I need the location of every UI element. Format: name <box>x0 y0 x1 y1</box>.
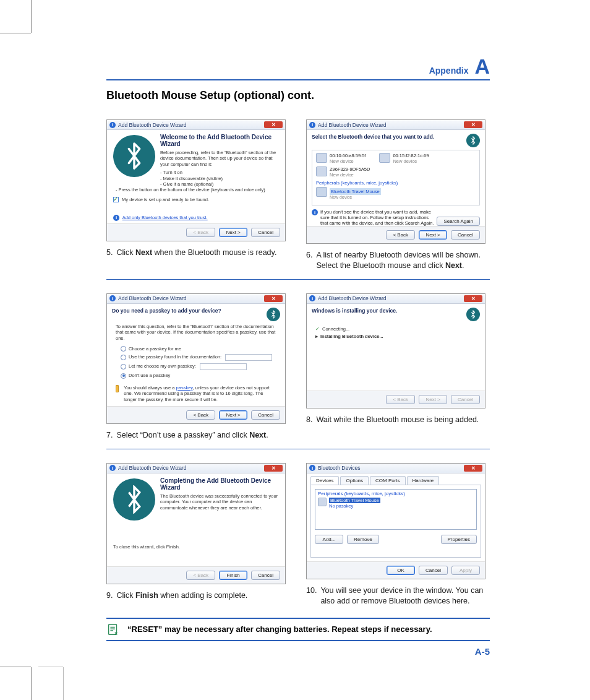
crop-mark <box>63 667 64 700</box>
tab-bar: Devices Options COM Ports Hardware <box>307 473 485 485</box>
cancel-button[interactable]: Cancel <box>419 566 448 575</box>
back-button: < Back <box>386 395 415 404</box>
wizard-heading: Select the Bluetooth device that you wan… <box>312 134 434 140</box>
close-icon[interactable]: ✕ <box>264 121 283 128</box>
tab-com-ports[interactable]: COM Ports <box>370 476 406 485</box>
close-icon[interactable]: ✕ <box>464 121 482 128</box>
bluetooth-icon <box>466 308 480 321</box>
devices-dialog: i Bluetooth Devices ✕ Devices Options CO… <box>306 463 485 579</box>
wizard-heading: Do you need a passkey to add your device… <box>112 308 221 314</box>
device-item[interactable]: Z96F329-9DF5A5DNew device <box>316 166 476 178</box>
step-9: i Add Bluetooth Device Wizard ✕ Completi… <box>106 463 290 607</box>
add-button[interactable]: Add... <box>315 535 343 544</box>
wizard-close-hint: To close this wizard, click Finish. <box>113 544 279 550</box>
bluetooth-icon <box>113 135 155 177</box>
passkey-input[interactable] <box>200 363 247 370</box>
crop-mark <box>38 667 63 667</box>
device-icon <box>316 153 327 163</box>
dialog-title: Add Bluetooth Device Wizard <box>118 295 262 301</box>
finish-button[interactable]: Finish <box>219 571 247 580</box>
device-list[interactable]: 00:10:60:a8:59:5fNew device 00:15:f2:82:… <box>312 150 480 205</box>
tab-options[interactable]: Options <box>340 476 369 485</box>
ready-checkbox-row[interactable]: My device is set up and ready to be foun… <box>113 197 279 203</box>
info-icon: i <box>309 465 315 471</box>
caption-number: 10. <box>306 585 317 607</box>
search-again-button[interactable]: Search Again <box>437 217 480 226</box>
passkey-input[interactable] <box>225 354 272 361</box>
properties-button[interactable]: Properties <box>441 535 477 544</box>
bullet: Press the button on the bottom of the de… <box>116 187 279 192</box>
mouse-icon <box>318 498 327 506</box>
wizard-dialog: i Add Bluetooth Device Wizard ✕ Welcome … <box>106 119 286 241</box>
back-button[interactable]: < Back <box>386 230 415 240</box>
cancel-button[interactable]: Cancel <box>251 228 280 237</box>
passkey-warning: You should always use a passkey, unless … <box>116 385 276 402</box>
device-item-selected[interactable]: Bluetooth Travel MouseNew device <box>316 187 476 199</box>
appendix-label: Appendix <box>429 66 469 76</box>
apply-button: Apply <box>451 566 480 575</box>
crop-mark <box>31 0 32 33</box>
passkey-intro: To answer this question, refer to the “B… <box>116 324 276 341</box>
status-line: ▸Installing Bluetooth device... <box>315 334 476 339</box>
remove-button[interactable]: Remove <box>347 535 379 544</box>
caption-number: 9. <box>106 590 113 601</box>
device-listbox[interactable]: Peripherals (keyboards, mice, joysticks)… <box>315 489 477 530</box>
bluetooth-icon <box>267 308 280 321</box>
wizard-dialog: i Add Bluetooth Device Wizard ✕ Do you n… <box>106 293 286 424</box>
info-icon: i <box>309 295 315 301</box>
list-category: Peripherals (keyboards, mice, joysticks) <box>318 491 474 496</box>
passkey-link[interactable]: passkey <box>176 385 193 391</box>
device-category: Peripherals (keyboards, mice, joysticks) <box>316 180 476 186</box>
tab-devices[interactable]: Devices <box>310 476 339 485</box>
radio-option[interactable]: Use the passkey found in the documentati… <box>121 354 276 361</box>
next-button[interactable]: Next > <box>219 410 247 420</box>
next-button[interactable]: Next > <box>419 230 447 240</box>
device-item[interactable]: 00:15:f2:82:1c:69New device <box>379 153 429 164</box>
radio-option[interactable]: Let me choose my own passkey: <box>121 363 276 370</box>
cancel-button[interactable]: Cancel <box>251 410 280 420</box>
step-5: i Add Bluetooth Device Wizard ✕ Welcome … <box>106 119 290 271</box>
step-caption: 8. Wait while the Bluetooth mouse is bei… <box>306 415 490 425</box>
page-content: Appendix A Bluetooth Mouse Setup (option… <box>106 56 490 657</box>
info-icon: i <box>109 465 116 471</box>
step-caption: 9. Click Finish when adding is complete. <box>106 590 290 601</box>
close-icon[interactable]: ✕ <box>264 465 283 472</box>
bluetooth-icon <box>466 134 480 147</box>
info-icon: i <box>312 209 318 215</box>
back-button[interactable]: < Back <box>186 410 215 420</box>
bluetooth-icon <box>113 478 155 521</box>
wizard-dialog: i Add Bluetooth Device Wizard ✕ Select t… <box>306 119 485 244</box>
trust-link[interactable]: Add only Bluetooth devices that you trus… <box>122 215 208 220</box>
bullet: Give it a name (optional) <box>116 181 279 187</box>
separator <box>106 449 490 449</box>
tab-hardware[interactable]: Hardware <box>407 476 440 485</box>
info-icon: i <box>309 122 315 128</box>
dialog-title: Add Bluetooth Device Wizard <box>318 122 461 128</box>
close-icon[interactable]: ✕ <box>464 295 482 302</box>
mouse-icon <box>316 187 327 197</box>
close-icon[interactable]: ✕ <box>464 465 482 472</box>
dialog-title: Add Bluetooth Device Wizard <box>318 295 461 301</box>
device-item[interactable]: 00:10:60:a8:59:5fNew device <box>316 153 366 164</box>
caption-number: 6. <box>306 250 312 271</box>
dialog-title: Add Bluetooth Device Wizard <box>118 122 262 128</box>
list-item[interactable]: Bluetooth Travel Mouse No passkey <box>318 498 474 509</box>
checkbox-label: My device is set up and ready to be foun… <box>122 197 209 202</box>
ok-button[interactable]: OK <box>387 566 415 575</box>
step-6: i Add Bluetooth Device Wizard ✕ Select t… <box>306 119 490 271</box>
dialog-title: Add Bluetooth Device Wizard <box>118 465 262 471</box>
radio-option[interactable]: Choose a passkey for me <box>121 346 276 352</box>
checkbox-icon[interactable] <box>113 197 119 202</box>
back-button: < Back <box>186 228 215 237</box>
shield-icon <box>116 385 119 392</box>
reset-note: “RESET” may be necessary after changing … <box>106 618 490 641</box>
cancel-button[interactable]: Cancel <box>451 230 480 240</box>
next-button[interactable]: Next > <box>219 228 247 237</box>
info-icon: i <box>113 215 119 221</box>
crop-mark <box>31 667 32 700</box>
cancel-button[interactable]: Cancel <box>251 571 280 580</box>
wizard-dialog: i Add Bluetooth Device Wizard ✕ Windows … <box>306 293 485 408</box>
close-icon[interactable]: ✕ <box>264 295 283 302</box>
radio-option-selected[interactable]: Don't use a passkey <box>121 373 276 379</box>
next-button: Next > <box>419 395 447 404</box>
